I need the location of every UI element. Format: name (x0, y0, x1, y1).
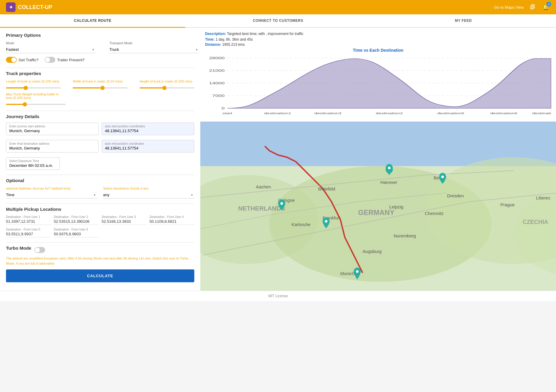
start-address-label: Enter journey start address (9, 125, 95, 128)
turbo-toggle[interactable] (34, 247, 45, 253)
pickup-label-6: Destination - From User 6 (54, 228, 99, 231)
weight-label: Max Truck Weight including trailer in to… (6, 92, 66, 100)
description-label: Description: Targeted best time; with , … (205, 32, 303, 36)
logo: ✦ COLLECT-UP (6, 2, 52, 12)
traffic-label: Get Traffic? (19, 58, 39, 62)
optimise-col: optional Optimise Journey for? (default … (6, 187, 97, 199)
departure-label: Select Departure Time (9, 159, 56, 163)
length-slider[interactable] (6, 87, 61, 89)
chart-description-row: Description: Targeted best time; with , … (205, 31, 551, 36)
svg-text:NETHERLANDS: NETHERLANDS (238, 205, 285, 212)
pickup-label-5: Destination - From User 5 (6, 228, 51, 231)
end-address-label: Enter final destination address (9, 142, 95, 145)
mode-select[interactable]: Fastest (6, 46, 96, 53)
distance-label: Distance: (205, 42, 221, 47)
svg-point-46 (325, 220, 328, 223)
transport-select[interactable]: Truck (109, 46, 199, 53)
end-address-col: Enter final destination address (6, 140, 99, 155)
svg-text:Karlsruhe: Karlsruhe (291, 222, 311, 227)
weight-slider[interactable] (6, 104, 66, 105)
mode-label: Mode (6, 41, 96, 45)
pickup-label-1: Destination - From User 1 (6, 215, 51, 219)
start-address-input[interactable] (9, 129, 95, 133)
svg-text:destination4: destination4 (532, 112, 551, 115)
svg-text:destination5: destination5 (437, 112, 465, 115)
transport-select-wrapper: Truck (109, 46, 199, 53)
turbo-title: Turbo Mode (6, 245, 31, 251)
document-icon[interactable]: 🗐 (530, 4, 535, 10)
svg-text:Munich: Munich (340, 271, 355, 276)
height-slider-group: Height of truck in meter (0-100 mtrs) (140, 80, 194, 89)
end-coords-input[interactable] (105, 146, 191, 150)
pickup-label-3: Destination - From User 3 (102, 215, 146, 219)
turbo-note: The default are simplified European rule… (6, 256, 194, 266)
start-coords-field: auto start-position coordinates (102, 123, 194, 135)
svg-text:7000: 7000 (212, 94, 225, 97)
pickup-section: Multiple Pickup Locations Destination - … (6, 207, 194, 237)
pickup-field-4: Destination - From User 4 50.1109,8.6821 (149, 215, 194, 225)
journey-row-1: Enter journey start address auto start-p… (6, 123, 194, 138)
primary-options-title: Primary Options (6, 33, 194, 38)
svg-text:0: 0 (222, 107, 224, 110)
nav-calculate-route[interactable]: CALCULATE ROUTE (0, 14, 185, 28)
description-value: Targeted best time; with , improvement f… (227, 32, 303, 36)
end-coords-field: auto end-position coordinates (102, 140, 194, 152)
left-panel: Primary Options Mode Fastest Transport M… (0, 28, 200, 291)
primary-options-section: Primary Options Mode Fastest Transport M… (6, 33, 194, 63)
nav-connect-customers[interactable]: CONNECT TO CUSTOMERS (185, 14, 371, 28)
departure-row: Select Departure Time (6, 157, 194, 170)
hazardous-label: Select Hazardous Goods if any (103, 187, 194, 190)
end-coords-col: auto end-position coordinates (102, 140, 194, 155)
header-right: Go to Maps View 🗐 🔔 4 (494, 3, 550, 11)
pickup-label-2: Destination - From User 2 (54, 215, 99, 219)
main-content: Primary Options Mode Fastest Transport M… (0, 28, 556, 291)
pickup-value-4: 50.1109,8.6821 (149, 219, 194, 225)
start-coords-col: auto start-position coordinates (102, 123, 194, 138)
svg-text:CZECHIA: CZECHIA (523, 219, 548, 225)
width-slider-group: Width of truck in meter (0-10 mtrs) (73, 80, 127, 89)
hazardous-select-wrapper: any (103, 191, 194, 199)
map-area: NETHERLANDS GERMANY CZECHIA Cologne Biel… (200, 122, 556, 291)
chart-area-path (227, 59, 551, 108)
weight-slider-group: Max Truck Weight including trailer in to… (6, 92, 66, 106)
pickup-label-4: Destination - From User 4 (149, 215, 194, 219)
height-slider[interactable] (140, 87, 194, 89)
slider-row-1: Length of truck in meter (0-100 mtrs) Wi… (6, 80, 194, 89)
departure-input[interactable] (9, 163, 56, 168)
truck-properties-section: Truck properties Length of truck in mete… (6, 71, 194, 106)
notification-badge: 4 (546, 2, 551, 7)
hazardous-select[interactable]: any (103, 191, 194, 199)
nav-my-feed[interactable]: MY FEED (371, 14, 556, 28)
pickup-field-6: Destination - From User 6 50.9375,6.9603 (54, 228, 99, 237)
end-address-input[interactable] (9, 146, 95, 150)
slider-row-2: Max Truck Weight including trailer in to… (6, 92, 194, 106)
calculate-button[interactable]: CALCULATE (6, 269, 194, 282)
optional-section: Optional optional Optimise Journey for? … (6, 178, 194, 199)
start-coords-input[interactable] (105, 129, 191, 133)
maps-link[interactable]: Go to Maps View (494, 5, 524, 10)
nav-bar: CALCULATE ROUTE CONNECT TO CUSTOMERS MY … (0, 14, 556, 28)
pickup-value-5: 53.5511,9.9937 (6, 232, 51, 237)
optional-title: Optional (6, 178, 194, 183)
pickup-field-1: Destination - From User 1 51.3397,12.373… (6, 215, 51, 225)
end-address-field: Enter final destination address (6, 140, 99, 152)
chart-time-row: Time: 1 day, 8h, 36m and 45s (205, 37, 551, 42)
chart-svg: 28000 21000 14000 7000 0 start destinati… (205, 55, 551, 118)
svg-text:Bielefeld: Bielefeld (318, 187, 335, 191)
optional-row: optional Optimise Journey for? (default … (6, 187, 194, 199)
trailer-toggle[interactable] (45, 57, 55, 63)
optimise-select[interactable]: Time (6, 191, 97, 199)
departure-field: Select Departure Time (6, 157, 60, 170)
chart-title: Time vs Each Destination (205, 48, 551, 53)
pickup-title: Multiple Pickup Locations (6, 207, 194, 212)
svg-text:Prague: Prague (500, 202, 515, 207)
traffic-toggle[interactable] (6, 57, 17, 63)
svg-text:Dresden: Dresden (447, 193, 464, 198)
notification-icon-box: 🗐 (528, 3, 537, 11)
width-slider[interactable] (73, 87, 127, 89)
bell-icon-box[interactable]: 🔔 4 (542, 3, 550, 11)
height-label: Height of truck in meter (0-100 mtrs) (140, 80, 194, 83)
length-slider-group: Length of truck in meter (0-100 mtrs) (6, 80, 61, 89)
footer-text: MIT License (268, 294, 288, 298)
svg-text:Augsburg: Augsburg (363, 249, 382, 254)
